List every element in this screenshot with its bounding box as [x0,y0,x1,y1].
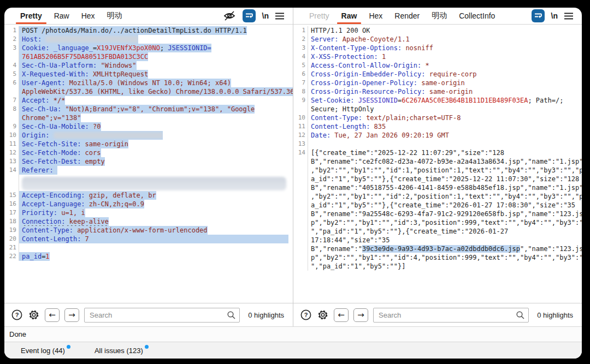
tab-collectinfo[interactable]: CollectInfo [453,8,501,24]
search-prev-button[interactable]: ← [334,308,349,322]
word-wrap-icon[interactable] [532,9,545,22]
code-line: 9Sec-Ch-Ua-Mobile: ?0 [4,122,293,131]
tab-hex[interactable]: Hex [75,8,101,24]
search-input[interactable] [373,308,529,323]
line-number: 10 [4,131,19,140]
response-tab-icons: \n [532,9,582,22]
line-number [293,201,308,210]
request-tabs: PrettyRawHex明动 [14,8,128,24]
tab-pretty[interactable]: Pretty [303,8,335,24]
code-line: p","by2":"","by1":"","id":4,"position":9… [293,253,582,262]
line-number: 13 [4,157,19,166]
line-number: 2 [4,35,19,44]
line-number: 7 [293,79,308,87]
code-line: B","rename":"9a25548c-6293-4fa7-91c2-929… [293,210,582,218]
line-number [293,244,308,253]
search-prev-button[interactable]: ← [45,308,60,322]
footer-bar: Event log (44) All issues (123) [4,342,582,359]
line-number: 16 [4,200,19,208]
tab-pretty[interactable]: Pretty [14,8,48,24]
line-number [293,105,308,114]
code-line: 8Cross-Origin-Resource-Policy: same-orig… [293,87,582,96]
response-searchbar: ? ← → [293,303,582,326]
code-line: ","pa_id":"1","by5":""},{"create_time":"… [293,227,582,236]
line-number: 11 [293,122,308,131]
gear-icon[interactable] [28,309,40,321]
line-number: 9 [4,122,19,131]
all-issues-tab[interactable]: All issues (123) [95,347,149,355]
status-text: Done [9,330,26,338]
menu-icon[interactable] [564,13,573,20]
tab-明动[interactable]: 明动 [101,8,128,24]
tab-render[interactable]: Render [388,8,426,24]
highlights-count: 0 highlights [537,311,573,319]
line-number [293,157,308,166]
highlights-count: 0 highlights [248,311,284,319]
code-line: 2Host: [4,35,293,44]
code-line: 13 [293,140,582,148]
line-number: 5 [4,70,19,79]
code-line: 9Set-Cookie: JSESSIONID=6C267AA5C0E3B64B… [293,96,582,105]
line-number [4,175,19,191]
line-number [4,114,19,122]
help-icon[interactable]: ? [300,309,312,321]
help-icon[interactable]: ? [11,309,23,321]
line-number: 7 [4,96,19,105]
notification-dot [67,345,70,349]
code-line: 18Connection: keep-alive [4,217,293,226]
code-line: Chrome";v="138" [4,114,293,122]
editor-panels: PrettyRawHex明动 [4,8,582,326]
response-searchbox [373,308,529,323]
request-tab-icons: \n [223,9,293,22]
eye-off-icon[interactable] [223,10,236,21]
code-line: 6User-Agent: Mozilla/5.0 (Windows NT 10.… [4,79,293,87]
line-number: 9 [293,96,308,105]
event-log-label: Event log (44) [21,347,65,355]
line-number: 14 [293,148,308,157]
line-number: 17 [4,208,19,217]
code-line: a_id":"1","by5":""},{"create_time":"2025… [293,175,582,183]
redacted-blur [54,132,163,139]
newline-icon[interactable]: \n [551,11,558,20]
search-next-button[interactable]: → [64,308,79,322]
line-number: 5 [293,61,308,70]
search-icon [227,311,236,320]
tab-raw[interactable]: Raw [335,8,363,24]
line-number [293,218,308,227]
tab-明动[interactable]: 明动 [426,8,453,24]
line-number [293,183,308,192]
menu-icon[interactable] [275,13,284,20]
svg-text:?: ? [15,312,19,318]
event-log-tab[interactable]: Event log (44) [21,347,70,355]
line-number: 19 [4,226,19,235]
tab-raw[interactable]: Raw [48,8,75,24]
word-wrap-icon[interactable] [243,9,256,22]
request-editor[interactable]: 1POST /photoAds/Main.do/../actionDetailT… [4,25,293,303]
code-line: 761AB5206B5F75DA80513FBDA013C3CC [4,52,293,61]
search-input[interactable] [84,308,240,323]
search-next-button[interactable]: → [353,308,368,322]
line-number: 21 [4,243,19,252]
newline-icon[interactable]: \n [262,11,269,20]
line-number: 6 [293,70,308,79]
response-tabsbar: PrettyRawHexRender明动CollectInfo \n [293,8,582,25]
code-line: 10Origin: [4,131,293,140]
line-number: 18 [4,217,19,226]
line-number: 13 [293,140,308,148]
tab-hex[interactable]: Hex [363,8,388,24]
line-number [293,236,308,244]
all-issues-label: All issues (123) [95,347,143,355]
line-number [4,52,19,61]
line-number: 4 [4,61,19,70]
line-number: 6 [4,79,19,87]
line-number: 12 [4,148,19,157]
line-number: 22 [4,252,19,261]
code-line: 1HTTP/1.1 200 OK [293,26,582,35]
line-number [293,253,308,262]
code-line: 4Sec-Ch-Ua-Platform: "Windows" [4,61,293,70]
line-number: 1 [293,26,308,35]
response-editor[interactable]: 1HTTP/1.1 200 OK2Server: Apache-Coyote/1… [293,25,582,303]
gear-icon[interactable] [317,309,329,321]
code-line: 8Sec-Ch-Ua: "Not)A;Brand";v="8", "Chromi… [4,105,293,114]
line-number: 1 [4,26,19,35]
